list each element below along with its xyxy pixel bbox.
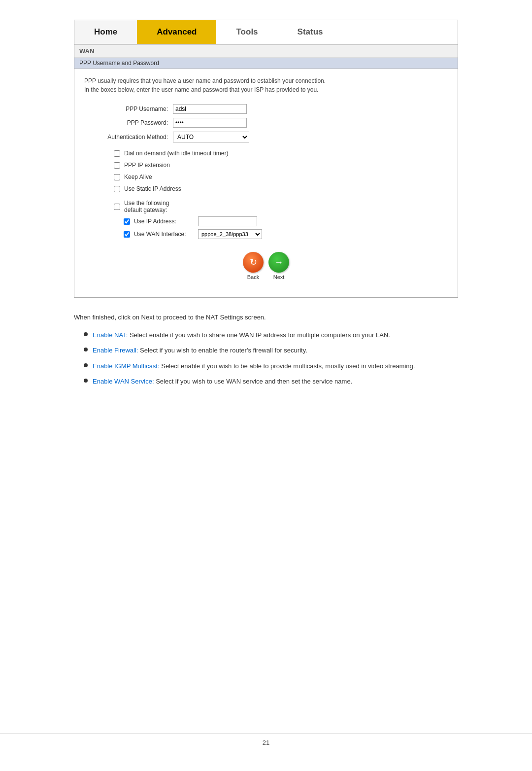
- keep-alive-checkbox[interactable]: [114, 174, 120, 180]
- ppp-ip-extension-checkbox[interactable]: [114, 162, 120, 169]
- next-icon: →: [268, 252, 289, 273]
- use-wan-interface-label: Use WAN Interface:: [134, 231, 198, 238]
- bullet-list: Enable NAT: Select enable if you wish to…: [74, 330, 458, 386]
- nav-home[interactable]: Home: [74, 20, 137, 44]
- back-button[interactable]: ↻ Back: [243, 252, 264, 280]
- username-row: PPP Username:: [84, 104, 448, 114]
- button-row: ↻ Back → Next: [84, 242, 448, 290]
- bullet-icon: [84, 348, 88, 351]
- list-item: Enable NAT: Select enable if you wish to…: [84, 330, 458, 340]
- back-icon: ↻: [243, 252, 264, 273]
- wan-interface-select[interactable]: pppoe_2_38/ppp33: [198, 229, 262, 239]
- password-label: PPP Password:: [84, 119, 173, 126]
- bullet-icon: [84, 379, 88, 383]
- bullet-label-3: Enable IGMP Multicast:: [93, 362, 160, 370]
- bullet-text-1: Enable NAT: Select enable if you wish to…: [93, 330, 458, 340]
- list-item: Enable WAN Service: Select if you wish t…: [84, 377, 458, 386]
- bullet-label-4: Enable WAN Service:: [93, 378, 154, 385]
- username-input[interactable]: [173, 104, 247, 114]
- list-item: Enable Firewall: Select if you wish to e…: [84, 346, 458, 355]
- use-static-ip-label: Use Static IP Address: [124, 185, 181, 192]
- nav-bar: Home Advanced Tools Status: [74, 20, 458, 45]
- description-text: PPP usually requires that you have a use…: [84, 76, 448, 94]
- dial-on-demand-row: Dial on demand (with idle timeout timer): [84, 150, 448, 157]
- checkbox-section: Dial on demand (with idle timeout timer)…: [84, 150, 448, 192]
- back-label: Back: [247, 274, 259, 280]
- next-label: Next: [273, 274, 285, 280]
- use-ip-address-checkbox[interactable]: [124, 218, 130, 225]
- use-default-gateway-row: Use the following default gateway:: [114, 200, 448, 213]
- page-number: 21: [263, 739, 269, 746]
- use-default-gateway-label: Use the following default gateway:: [124, 200, 188, 213]
- use-default-gateway-checkbox[interactable]: [114, 204, 120, 210]
- bullet-text-4: Enable WAN Service: Select if you wish t…: [93, 377, 458, 386]
- use-ip-address-label: Use IP Address:: [134, 218, 198, 225]
- bullet-icon: [84, 363, 88, 367]
- gateway-section: Use the following default gateway: Use I…: [84, 200, 448, 239]
- form-section: PPP Username: PPP Password: Authenticati…: [84, 104, 448, 142]
- ip-address-input[interactable]: [198, 216, 257, 226]
- bullet-label-2: Enable Firewall:: [93, 347, 138, 354]
- use-wan-interface-checkbox[interactable]: [124, 231, 130, 238]
- use-ip-address-row: Use IP Address:: [114, 216, 448, 226]
- content-area: PPP usually requires that you have a use…: [74, 69, 458, 297]
- bullet-text-3: Enable IGMP Multicast: Select enable if …: [93, 361, 458, 371]
- intro-text: When finished, click on Next to proceed …: [74, 313, 458, 323]
- keep-alive-row: Keep Alive: [84, 174, 448, 180]
- ppp-ip-extension-label: PPP IP extension: [124, 162, 170, 169]
- password-input[interactable]: [173, 118, 247, 128]
- body-text: When finished, click on Next to proceed …: [74, 313, 458, 386]
- ppp-ip-extension-row: PPP IP extension: [84, 162, 448, 169]
- nav-status[interactable]: Status: [278, 20, 343, 44]
- password-row: PPP Password:: [84, 118, 448, 128]
- auth-row: Authentication Method: AUTO PAP CHAP: [84, 132, 448, 142]
- use-wan-interface-row: Use WAN Interface: pppoe_2_38/ppp33: [114, 229, 448, 239]
- nav-tools[interactable]: Tools: [216, 20, 277, 44]
- auth-label: Authentication Method:: [84, 134, 173, 140]
- use-static-ip-row: Use Static IP Address: [84, 185, 448, 192]
- section-title: WAN: [74, 45, 458, 58]
- bullet-text-2: Enable Firewall: Select if you wish to e…: [93, 346, 458, 355]
- subsection-title: PPP Username and Password: [74, 58, 458, 69]
- bullet-label-1: Enable NAT:: [93, 331, 128, 339]
- bullet-icon: [84, 332, 88, 336]
- router-ui-box: Home Advanced Tools Status WAN PPP Usern…: [74, 20, 458, 298]
- list-item: Enable IGMP Multicast: Select enable if …: [84, 361, 458, 371]
- next-button[interactable]: → Next: [268, 252, 289, 280]
- username-label: PPP Username:: [84, 105, 173, 112]
- dial-on-demand-checkbox[interactable]: [114, 150, 120, 157]
- keep-alive-label: Keep Alive: [124, 174, 152, 180]
- page-footer: 21: [0, 734, 532, 746]
- nav-advanced[interactable]: Advanced: [137, 20, 216, 44]
- dial-on-demand-label: Dial on demand (with idle timeout timer): [124, 150, 228, 157]
- use-static-ip-checkbox[interactable]: [114, 186, 120, 192]
- auth-select[interactable]: AUTO PAP CHAP: [173, 132, 249, 142]
